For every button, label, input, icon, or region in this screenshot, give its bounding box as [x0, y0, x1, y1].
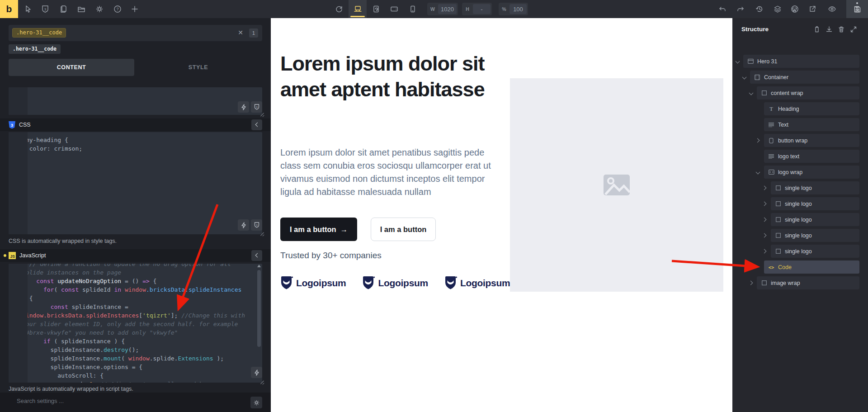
- sign-code-icon[interactable]: 3: [251, 101, 262, 113]
- css-section-header[interactable]: 3 CSS: [0, 118, 271, 131]
- svg-text:3: 3: [256, 106, 258, 109]
- js-section-header[interactable]: JS JavaScript: [0, 249, 271, 262]
- chevron-down-icon[interactable]: [756, 170, 760, 175]
- preview-icon[interactable]: [824, 0, 840, 18]
- builder-settings-icon[interactable]: [250, 397, 262, 408]
- tablet-rotate-icon[interactable]: [368, 0, 384, 18]
- tree-item-single-logo[interactable]: single logo: [771, 213, 859, 226]
- editor-resize-handle[interactable]: [260, 380, 264, 384]
- hero-heading[interactable]: Lorem ipsum dolor sit amet aptent habita…: [280, 51, 500, 102]
- chevron-right-icon[interactable]: [749, 281, 753, 285]
- help-icon[interactable]: ?: [109, 0, 126, 18]
- tree-item-single-logo[interactable]: single logo: [771, 181, 859, 194]
- tree-item-code[interactable]: <> Code: [764, 260, 859, 274]
- css-code-editor[interactable]: 1.my-heading { color: crimson; } 3: [9, 132, 262, 234]
- zoom-value[interactable]: 100: [509, 4, 527, 14]
- reload-icon[interactable]: [331, 0, 347, 18]
- expand-icon[interactable]: [849, 24, 859, 34]
- import-icon[interactable]: [824, 24, 834, 34]
- width-value[interactable]: 1020: [438, 4, 457, 14]
- chevron-right-icon[interactable]: [762, 186, 767, 190]
- block-icon: [761, 90, 767, 95]
- undo-icon[interactable]: [714, 0, 731, 18]
- tree-item-logo-wrap[interactable]: logo wrap: [764, 166, 859, 179]
- css-class-input[interactable]: .hero-31__code ✕ 1: [9, 25, 262, 41]
- redo-icon[interactable]: [732, 0, 749, 18]
- bricks-logo[interactable]: b: [0, 0, 18, 18]
- canvas-height-field[interactable]: H -: [462, 3, 492, 15]
- execute-code-icon[interactable]: [251, 367, 262, 378]
- chevron-right-icon[interactable]: [762, 249, 767, 254]
- image-placeholder[interactable]: [510, 78, 723, 292]
- open-in-new-icon[interactable]: [804, 0, 821, 18]
- tree-item-hero-31[interactable]: Hero 31: [743, 55, 859, 68]
- tree-item-single-logo[interactable]: single logo: [771, 229, 859, 242]
- tree-item-container[interactable]: Container: [750, 71, 859, 84]
- editor-resize-handle[interactable]: [260, 232, 264, 236]
- class-chip[interactable]: .hero-31__code: [9, 44, 61, 54]
- tree-item-image-wrap[interactable]: image wrap: [757, 276, 859, 289]
- scrollbar-thumb[interactable]: [257, 270, 261, 347]
- tree-item-logo-text[interactable]: logo text: [764, 150, 859, 163]
- collapse-css-icon[interactable]: [251, 119, 262, 130]
- primary-button[interactable]: I am a button →: [280, 218, 357, 241]
- tree-item-text[interactable]: Text: [764, 118, 859, 131]
- tab-content[interactable]: CONTENT: [9, 59, 134, 76]
- chevron-right-icon[interactable]: [762, 202, 767, 206]
- chevron-down-icon[interactable]: [736, 59, 740, 64]
- canvas-zoom-field[interactable]: % 100: [499, 3, 528, 15]
- editor-resize-handle[interactable]: [260, 112, 264, 116]
- history-icon[interactable]: [751, 0, 768, 18]
- wordpress-icon[interactable]: [787, 0, 803, 18]
- folder-icon[interactable]: [73, 0, 90, 18]
- editor-scrollbar[interactable]: [257, 265, 261, 382]
- height-value[interactable]: -: [473, 4, 491, 14]
- logo-item[interactable]: Logoipsum: [280, 276, 346, 290]
- settings-icon[interactable]: [91, 0, 108, 18]
- tab-style[interactable]: STYLE: [134, 59, 262, 76]
- templates-icon[interactable]: 3: [37, 0, 53, 18]
- copy-icon[interactable]: [812, 24, 822, 34]
- tree-item-content-wrap[interactable]: content wrap: [757, 86, 859, 99]
- class-count-badge: 1: [249, 28, 258, 38]
- close-icon[interactable]: ✕: [238, 29, 243, 36]
- canvas-width-field[interactable]: W 1020: [427, 3, 458, 15]
- layers-icon[interactable]: [769, 0, 786, 18]
- slider-icon: [768, 170, 774, 175]
- css3-icon: 3: [9, 121, 15, 129]
- logo-row: Logoipsum Logoipsum Logoipsum: [280, 276, 510, 290]
- logo-text: Logoipsum: [460, 278, 510, 289]
- chevron-right-icon[interactable]: [762, 218, 767, 222]
- execute-code-icon[interactable]: [238, 219, 249, 231]
- logo-item[interactable]: Logoipsum: [362, 276, 428, 290]
- hero-paragraph[interactable]: Lorem ipsum dolor sit amet penatibus sag…: [280, 146, 496, 199]
- add-element-icon[interactable]: [127, 0, 143, 18]
- tablet-icon[interactable]: [386, 0, 402, 18]
- js-code-editor[interactable]: // define a function to update the no dr…: [9, 264, 262, 383]
- html-code-editor[interactable]: 3: [9, 87, 262, 115]
- search-settings-input[interactable]: [17, 398, 198, 404]
- chevron-right-icon[interactable]: [762, 233, 767, 238]
- chevron-down-icon[interactable]: [742, 75, 747, 80]
- pages-icon[interactable]: [55, 0, 71, 18]
- tree-item-button-wrap[interactable]: button wrap: [764, 134, 859, 147]
- trusted-text[interactable]: Trusted by 30+ companies: [280, 251, 382, 260]
- sign-code-icon[interactable]: 3: [251, 219, 262, 231]
- tree-item-single-logo[interactable]: single logo: [771, 245, 859, 258]
- cursor-icon[interactable]: [20, 0, 36, 18]
- chevron-down-icon[interactable]: [749, 91, 754, 95]
- tree-item-single-logo[interactable]: single logo: [771, 197, 859, 210]
- execute-code-icon[interactable]: [238, 101, 249, 113]
- active-class-chip[interactable]: .hero-31__code: [12, 28, 66, 38]
- tree-item-heading[interactable]: T Heading: [764, 102, 859, 115]
- secondary-button[interactable]: I am a button: [371, 218, 436, 241]
- builder-canvas[interactable]: Lorem ipsum dolor sit amet aptent habita…: [271, 18, 732, 412]
- mobile-icon[interactable]: [405, 0, 421, 18]
- chevron-right-icon[interactable]: [755, 138, 760, 143]
- delete-icon[interactable]: [836, 24, 846, 34]
- logo-text: Logoipsum: [378, 278, 428, 289]
- desktop-icon[interactable]: [349, 0, 367, 18]
- logo-item[interactable]: Logoipsum: [444, 276, 510, 290]
- scroll-up-icon[interactable]: [257, 265, 261, 267]
- collapse-js-icon[interactable]: [251, 250, 262, 261]
